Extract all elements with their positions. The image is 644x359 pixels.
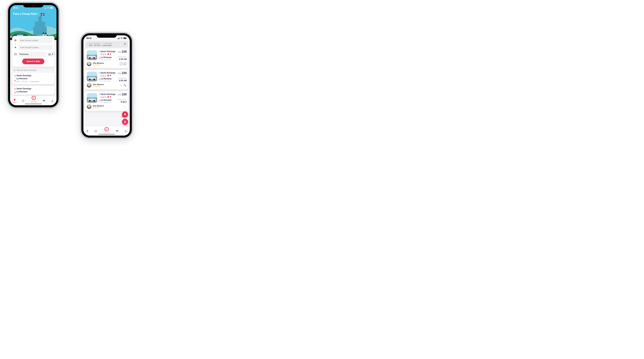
passenger-select[interactable]: 2 [47, 52, 56, 57]
svg-point-42 [23, 100, 24, 101]
svg-point-37 [14, 88, 16, 89]
fab-alert-button[interactable] [122, 111, 128, 117]
route-line-icon [98, 72, 100, 81]
rating-stars: ★★★★★ [93, 107, 104, 109]
tab-profile[interactable] [51, 99, 54, 102]
arrow-icon: → [101, 42, 103, 44]
people-icon [48, 53, 51, 55]
home-screen: 09:41 [10, 5, 56, 105]
driver-avatar [87, 104, 92, 109]
recent-history-header[interactable]: Recent Search History › [10, 67, 56, 73]
tab-chat[interactable] [43, 99, 46, 102]
svg-point-51 [99, 51, 100, 52]
results-route: Santo Domingo → La Romana [89, 42, 122, 44]
results-header: ‹ Santo Domingo → La Romana Mon , 26 Sep… [85, 41, 128, 48]
route-to: La Romana [103, 42, 112, 44]
results-header-text: Santo Domingo → La Romana Mon , 26 Sep ,… [89, 42, 122, 46]
calendar-icon [14, 53, 17, 55]
history-item[interactable]: › Santo Domingo La Romana Mon , 26 Sep ,… [12, 73, 54, 84]
steering-wheel-icon [94, 130, 97, 133]
tab-home[interactable]: Home [13, 98, 16, 103]
history-origin: Santo Domingo [14, 74, 52, 77]
fab-filter-button[interactable] [122, 119, 128, 125]
ride-card[interactable]: RD$100 Pickup Time: 8:30 AM Santo Doming… [85, 70, 128, 89]
svg-point-83 [96, 131, 96, 131]
car-thumbnail [87, 50, 97, 60]
hero: Find a Cheap Ride ! [10, 5, 56, 40]
svg-rect-73 [108, 96, 108, 97]
svg-point-31 [49, 54, 50, 54]
tab-drive[interactable] [94, 130, 97, 133]
tab-add-ride[interactable]: C [103, 126, 110, 133]
rating-stars: ★★★★★ [93, 64, 104, 66]
search-button[interactable]: Search a Ride [22, 59, 44, 64]
wifi-icon [47, 7, 50, 9]
status-indicators [44, 7, 54, 9]
dropoff-icon [14, 47, 17, 48]
person-icon [51, 99, 54, 102]
svg-rect-59 [90, 76, 94, 77]
svg-point-39 [14, 92, 16, 93]
tab-profile[interactable] [124, 130, 127, 132]
results-subtitle: Mon , 26 Sep , 1 passenger [89, 44, 122, 46]
svg-point-40 [14, 99, 15, 100]
notch [96, 33, 117, 38]
ride-card[interactable]: RD$ 100 Pickup Time: 8:30 AM [85, 49, 128, 68]
svg-point-80 [124, 123, 125, 123]
pickup-input[interactable] [18, 38, 52, 43]
ride-dest: La Romana [98, 56, 126, 59]
tab-drive[interactable] [22, 99, 25, 102]
ride-card[interactable]: RD$100 Pickup Time: 8:30 A Santo Domingo… [85, 91, 128, 111]
driver-avatar [87, 62, 92, 66]
tab-chat[interactable] [116, 130, 119, 133]
device-frame-home: 09:41 [8, 3, 58, 107]
route-line-icon [98, 51, 100, 60]
svg-rect-50 [90, 55, 94, 56]
chat-icon [116, 130, 119, 133]
ride-dest: La Romana [98, 78, 126, 80]
history-meta: Mon , 26 Sep , 1 passenger [14, 80, 52, 82]
svg-rect-45 [124, 38, 126, 39]
status-time: 09:41 [86, 37, 92, 39]
date-input[interactable] [18, 52, 46, 57]
svg-point-84 [125, 130, 126, 131]
svg-point-78 [125, 122, 126, 122]
hero-title: Find a Cheap Ride ! [10, 13, 56, 16]
dropoff-input[interactable] [18, 45, 52, 50]
tab-add-ride[interactable]: C Add a Ride [30, 95, 38, 103]
rating-stars: ★★★★★ [93, 86, 104, 87]
svg-point-57 [89, 79, 90, 80]
chevron-right-icon: › [52, 75, 52, 77]
driver-row: Otis Meawve ★★★★★ ⚡ ⊘ [87, 62, 126, 66]
chevron-down-icon [54, 54, 56, 55]
history-item[interactable]: › Santo Domingo La Romana [12, 86, 54, 95]
svg-point-58 [93, 79, 95, 80]
ride-origin: Santo Domingo [98, 72, 126, 74]
badge-bone-icon: 🦴 [120, 84, 123, 87]
home-indicator [98, 134, 115, 135]
route-line-icon [14, 88, 16, 93]
steering-wheel-icon [22, 99, 25, 102]
car-thumbnail [87, 93, 97, 103]
history-icon [13, 69, 16, 71]
ride-dest: La Romana [98, 99, 126, 101]
ride-origin: Santo Domingo [98, 93, 126, 95]
svg-rect-2 [53, 8, 54, 8]
route-line-icon [14, 75, 16, 82]
seat-icons [98, 53, 126, 56]
car-thumbnail [87, 72, 97, 81]
svg-point-48 [89, 57, 90, 59]
back-button[interactable]: ‹ [87, 43, 88, 46]
chat-icon [43, 99, 46, 102]
svg-rect-72 [108, 96, 109, 98]
svg-point-17 [45, 33, 46, 35]
clock-icon [100, 59, 102, 60]
svg-point-25 [15, 40, 16, 41]
edit-search-button[interactable] [124, 43, 126, 46]
svg-point-36 [14, 80, 16, 81]
tab-home[interactable] [86, 130, 89, 132]
search-card: 2 Search a Ride [12, 36, 54, 67]
chevron-right-icon: › [52, 88, 52, 90]
logo-c-icon: C [32, 96, 36, 100]
signal-icon [117, 37, 120, 39]
